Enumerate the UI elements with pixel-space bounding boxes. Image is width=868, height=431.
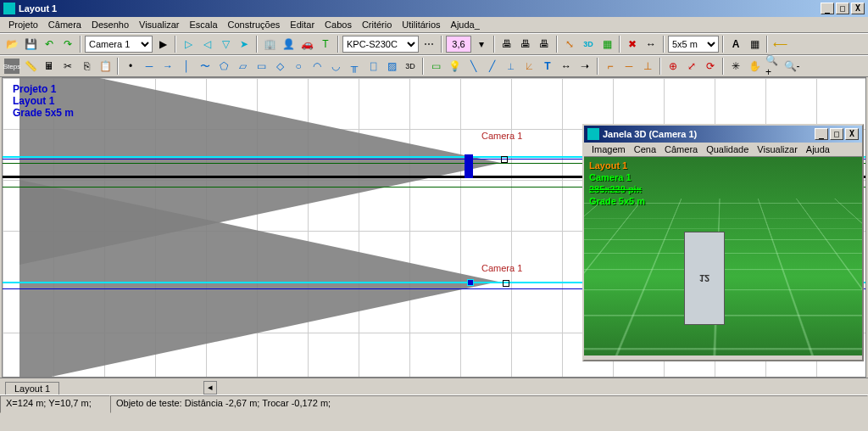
text-tool-icon[interactable]: T bbox=[539, 58, 556, 75]
value-input[interactable] bbox=[446, 36, 471, 53]
camera-select[interactable]: Camera 1 bbox=[85, 36, 153, 53]
resize-icon[interactable]: ⤢ bbox=[683, 58, 700, 75]
grid-select[interactable]: 5x5 m bbox=[668, 36, 719, 53]
stair-icon[interactable]: ⊥ bbox=[639, 58, 656, 75]
arc-icon[interactable]: ◠ bbox=[309, 58, 326, 75]
hand-icon[interactable]: ✋ bbox=[746, 58, 763, 75]
light-icon[interactable]: 💡 bbox=[446, 58, 463, 75]
zoom-out-icon[interactable]: 🔍- bbox=[783, 58, 800, 75]
floating-3d-window[interactable]: Janela 3D (Camera 1) _ □ X Imagem Cena C… bbox=[582, 124, 864, 361]
note-icon[interactable]: T bbox=[317, 36, 334, 53]
shape3-icon[interactable]: ◇ bbox=[271, 58, 288, 75]
view-3d[interactable]: Layout 1 Camera 1 285x220 pix Grade 5x5 … bbox=[584, 157, 862, 355]
wall-icon[interactable]: ╥ bbox=[346, 58, 363, 75]
shape1-icon[interactable]: ▱ bbox=[234, 58, 251, 75]
menu-construcoes[interactable]: Construções bbox=[223, 19, 286, 31]
camera-object-top[interactable] bbox=[465, 154, 473, 178]
vline-icon[interactable]: │ bbox=[178, 58, 195, 75]
hatch-icon[interactable]: ▨ bbox=[383, 58, 400, 75]
tab-scroll-left[interactable]: ◂ bbox=[203, 381, 217, 395]
cone2-icon[interactable]: ◁ bbox=[198, 36, 215, 53]
box-icon[interactable]: ▦ bbox=[598, 36, 615, 53]
dot-icon[interactable]: • bbox=[122, 58, 139, 75]
menu-utilitarios[interactable]: Utilitários bbox=[397, 19, 445, 31]
circle-icon[interactable]: ○ bbox=[290, 58, 307, 75]
float-menu-qualidade[interactable]: Qualidade bbox=[702, 143, 753, 155]
cut-icon[interactable]: ✂ bbox=[59, 58, 76, 75]
minimize-button[interactable]: _ bbox=[821, 3, 834, 14]
menu-desenho[interactable]: Desenho bbox=[86, 19, 134, 31]
float-menu-imagem[interactable]: Imagem bbox=[587, 143, 630, 155]
arc2-icon[interactable]: ◡ bbox=[327, 58, 344, 75]
steps-icon[interactable]: Steps bbox=[3, 58, 20, 75]
calc-icon[interactable]: 🖩 bbox=[41, 58, 58, 75]
line-icon[interactable]: ─ bbox=[141, 58, 158, 75]
float-menu-cena[interactable]: Cena bbox=[630, 143, 660, 155]
camera-handle[interactable] bbox=[467, 279, 474, 286]
dim-arrow-icon[interactable]: ➝ bbox=[576, 58, 593, 75]
cone-icon[interactable]: ▷ bbox=[180, 36, 197, 53]
menu-editar[interactable]: Editar bbox=[285, 19, 320, 31]
polyline-icon[interactable]: 〜 bbox=[197, 58, 214, 75]
rect-icon[interactable]: ▭ bbox=[427, 58, 444, 75]
float-maximize-button[interactable]: □ bbox=[830, 128, 843, 140]
car-icon[interactable]: 🚗 bbox=[298, 36, 315, 53]
close-button[interactable]: X bbox=[851, 3, 865, 14]
float-titlebar[interactable]: Janela 3D (Camera 1) _ □ X bbox=[584, 126, 862, 143]
print2-icon[interactable]: 🖶 bbox=[517, 36, 534, 53]
float-close-button[interactable]: X bbox=[845, 128, 859, 140]
back-icon[interactable]: ⟵ bbox=[771, 36, 788, 53]
copy-icon[interactable]: ⎘ bbox=[78, 58, 95, 75]
rotate-icon[interactable]: ⟳ bbox=[702, 58, 719, 75]
d3d-icon[interactable]: 3D bbox=[402, 58, 419, 75]
menu-cabos[interactable]: Cabos bbox=[320, 19, 357, 31]
cone3-icon[interactable]: ▽ bbox=[217, 36, 234, 53]
undo-icon[interactable]: ↶ bbox=[41, 36, 58, 53]
open-icon[interactable]: 📂 bbox=[3, 36, 20, 53]
menu-ajuda[interactable]: Ajuda_ bbox=[446, 19, 485, 31]
window-icon[interactable]: ─ bbox=[620, 58, 637, 75]
camera-node[interactable] bbox=[503, 280, 509, 287]
arrow2-icon[interactable]: → bbox=[159, 58, 176, 75]
building-icon[interactable]: 🏢 bbox=[261, 36, 278, 53]
menu-escala[interactable]: Escala bbox=[185, 19, 223, 31]
door-icon[interactable]: ⌐ bbox=[602, 58, 619, 75]
center-icon[interactable]: ⊕ bbox=[665, 58, 682, 75]
arrow-icon[interactable]: ➤ bbox=[236, 36, 253, 53]
value-dropdown-icon[interactable]: ▾ bbox=[473, 36, 490, 53]
shape2-icon[interactable]: ▭ bbox=[253, 58, 270, 75]
font-icon[interactable]: A bbox=[727, 36, 744, 53]
dim-icon[interactable]: ⟂ bbox=[502, 58, 519, 75]
float-menu-ajuda[interactable]: Ajuda bbox=[802, 143, 834, 155]
menu-camera[interactable]: Câmera bbox=[43, 19, 86, 31]
model-select[interactable]: KPC-S230C bbox=[342, 36, 419, 53]
3d-icon[interactable]: 3D bbox=[580, 36, 597, 53]
menu-projeto[interactable]: Projeto bbox=[3, 19, 43, 31]
column-icon[interactable]: ⎕ bbox=[364, 58, 381, 75]
drawing-canvas[interactable]: Projeto 1 Layout 1 Grade 5x5 m Camera 1 … bbox=[2, 77, 866, 378]
zoom-in-icon[interactable]: 🔍+ bbox=[765, 58, 782, 75]
menu-visualizar[interactable]: Visualizar bbox=[134, 19, 185, 31]
measure-icon[interactable]: 📏 bbox=[22, 58, 39, 75]
paste-icon[interactable]: 📋 bbox=[97, 58, 114, 75]
print-preview-icon[interactable]: 🖶 bbox=[536, 36, 553, 53]
model-more-icon[interactable]: ⋯ bbox=[420, 36, 437, 53]
print-icon[interactable]: 🖶 bbox=[498, 36, 515, 53]
float-minimize-button[interactable]: _ bbox=[815, 128, 828, 140]
dim2-icon[interactable]: ⟀ bbox=[520, 58, 537, 75]
grid-toggle-icon[interactable]: ▦ bbox=[746, 36, 763, 53]
save-icon[interactable]: 💾 bbox=[22, 36, 39, 53]
dim-h-icon[interactable]: ↔ bbox=[558, 58, 575, 75]
flip-icon[interactable]: ↔ bbox=[643, 36, 659, 53]
tab-layout1[interactable]: Layout 1 bbox=[5, 382, 59, 395]
compass-icon[interactable]: ✳ bbox=[727, 58, 744, 75]
delete-icon[interactable]: ✖ bbox=[624, 36, 641, 53]
axis-icon[interactable]: ⤡ bbox=[561, 36, 578, 53]
slash2-icon[interactable]: ╱ bbox=[483, 58, 500, 75]
maximize-button[interactable]: □ bbox=[836, 3, 849, 14]
camera-next-icon[interactable]: ▶ bbox=[154, 36, 171, 53]
float-menu-visualizar[interactable]: Visualizar bbox=[753, 143, 802, 155]
polygon-icon[interactable]: ⬠ bbox=[215, 58, 232, 75]
menu-criterio[interactable]: Critério bbox=[357, 19, 397, 31]
person-icon[interactable]: 👤 bbox=[280, 36, 297, 53]
